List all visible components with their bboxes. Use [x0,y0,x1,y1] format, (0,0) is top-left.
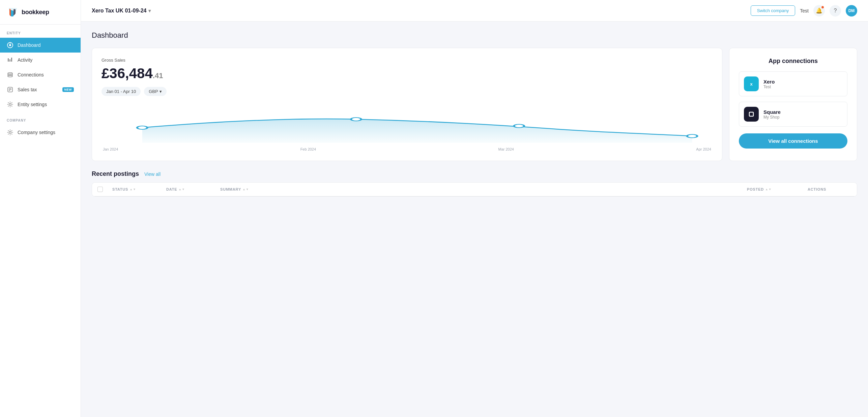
date-sort-icon[interactable]: ▲▼ [178,188,185,191]
select-all-checkbox[interactable] [97,187,103,192]
connections-label: Connections [18,72,44,77]
sidebar-item-company-settings[interactable]: Company settings [0,125,81,140]
table-header: STATUS ▲▼ DATE ▲▼ SUMMARY ▲▼ POSTED ▲▼ [92,183,857,196]
currency-chevron-icon: ▾ [160,89,162,94]
xero-connection-item[interactable]: x Xero Test [739,71,847,96]
switch-company-button[interactable]: Switch company [751,5,795,16]
svg-rect-5 [11,58,12,62]
gross-sales-card: Gross Sales £36,484 .41 Jan 01 - Apr 10 … [92,48,722,161]
header: Xero Tax UK 01-09-24 ▾ Switch company Te… [81,0,868,22]
user-avatar[interactable]: DM [846,5,857,17]
dashboard-label: Dashboard [18,42,41,48]
date-column-header: DATE ▲▼ [166,187,220,192]
new-badge: NEW [62,87,74,92]
chart-label-feb: Feb 2024 [300,147,316,151]
header-right: Switch company Test 🔔 ? DM [751,5,857,17]
summary-column-header: SUMMARY ▲▼ [220,187,747,192]
xero-sub: Test [763,85,775,89]
xero-name: Xero [763,79,775,85]
recent-postings-table: STATUS ▲▼ DATE ▲▼ SUMMARY ▲▼ POSTED ▲▼ [92,182,857,197]
activity-label: Activity [18,57,32,63]
sidebar-item-sales-tax[interactable]: Sales tax NEW [0,82,81,97]
company-name: Xero Tax UK 01-09-24 [92,8,146,14]
chart-label-apr: Apr 2024 [696,147,711,151]
app-connections-title: App connections [739,58,847,65]
currency-pill[interactable]: GBP ▾ [144,87,166,96]
currency-label: GBP [149,89,158,94]
notification-dot [821,6,824,9]
entity-settings-label: Entity settings [18,102,47,107]
svg-rect-4 [9,59,10,62]
gross-sales-amount: £36,484 .41 [102,65,713,82]
main-content: Xero Tax UK 01-09-24 ▾ Switch company Te… [81,0,868,417]
actions-label: ACTIONS [808,187,826,191]
summary-sort-icon[interactable]: ▲▼ [242,188,249,191]
activity-icon [7,57,13,63]
status-sort-icon[interactable]: ▲▼ [129,188,136,191]
date-controls: Jan 01 - Apr 10 GBP ▾ [102,87,713,96]
date-label: DATE [166,187,177,191]
chart-label-jan: Jan 2024 [103,147,118,151]
svg-point-14 [9,131,11,133]
chart-labels: Jan 2024 Feb 2024 Mar 2024 Apr 2024 [102,147,713,151]
sidebar-item-connections[interactable]: Connections [0,67,81,82]
sidebar-logo: bookkeep [0,0,81,25]
checkbox-header-cell [97,187,112,192]
company-dropdown[interactable]: Xero Tax UK 01-09-24 ▾ [92,8,151,14]
user-name: Test [800,8,809,13]
sales-tax-icon [7,86,13,93]
posted-sort-icon[interactable]: ▲▼ [765,188,772,191]
svg-rect-3 [8,58,9,62]
entity-section-label: ENTITY [0,25,81,38]
svg-point-15 [137,126,147,129]
amount-decimal: .41 [153,71,163,80]
sidebar-item-entity-settings[interactable]: Entity settings [0,97,81,112]
status-label: STATUS [112,187,128,191]
recent-postings-header: Recent postings View all [92,170,857,178]
logo-icon [7,6,19,18]
notifications-button[interactable]: 🔔 [813,5,825,17]
svg-point-18 [687,134,697,138]
square-name: Square [763,109,781,115]
view-all-connections-button[interactable]: View all connections [739,133,847,149]
company-section-label: COMPANY [0,112,81,125]
gross-sales-chart [102,104,713,145]
sales-tax-label: Sales tax [18,87,37,92]
view-all-postings-link[interactable]: View all [144,171,161,177]
svg-point-16 [351,118,361,121]
square-logo [744,107,759,122]
company-settings-label: Company settings [18,130,55,135]
amount-main: £36,484 [102,65,153,82]
page-content: Dashboard Gross Sales £36,484 .41 Jan 01… [81,22,868,417]
svg-point-8 [8,75,12,77]
connections-icon [7,71,13,78]
entity-settings-icon [7,101,13,108]
app-connections-card: App connections x Xero Test [729,48,857,161]
svg-point-17 [514,124,524,128]
help-button[interactable]: ? [830,5,841,17]
dashboard-grid: Gross Sales £36,484 .41 Jan 01 - Apr 10 … [92,48,857,161]
actions-column-header: ACTIONS [808,187,851,192]
date-range-pill[interactable]: Jan 01 - Apr 10 [102,87,141,96]
status-column-header: STATUS ▲▼ [112,187,166,192]
square-connection-item[interactable]: Square My Shop [739,102,847,127]
chart-label-mar: Mar 2024 [498,147,514,151]
xero-connection-info: Xero Test [763,79,775,89]
page-title: Dashboard [92,31,857,40]
svg-point-13 [9,103,11,105]
square-sub: My Shop [763,115,781,120]
sidebar-item-dashboard[interactable]: Dashboard [0,38,81,53]
recent-postings-section: Recent postings View all STATUS ▲▼ DATE … [92,170,857,197]
xero-logo: x [744,76,759,91]
square-connection-info: Square My Shop [763,109,781,120]
summary-label: SUMMARY [220,187,241,191]
chevron-down-icon: ▾ [148,8,151,13]
posted-column-header: POSTED ▲▼ [747,187,808,192]
recent-postings-title: Recent postings [92,170,139,178]
dashboard-icon [7,42,13,49]
svg-point-1 [9,44,11,46]
posted-label: POSTED [747,187,764,191]
sidebar-item-activity[interactable]: Activity [0,53,81,67]
gross-sales-label: Gross Sales [102,58,713,63]
brand-name: bookkeep [22,9,49,16]
